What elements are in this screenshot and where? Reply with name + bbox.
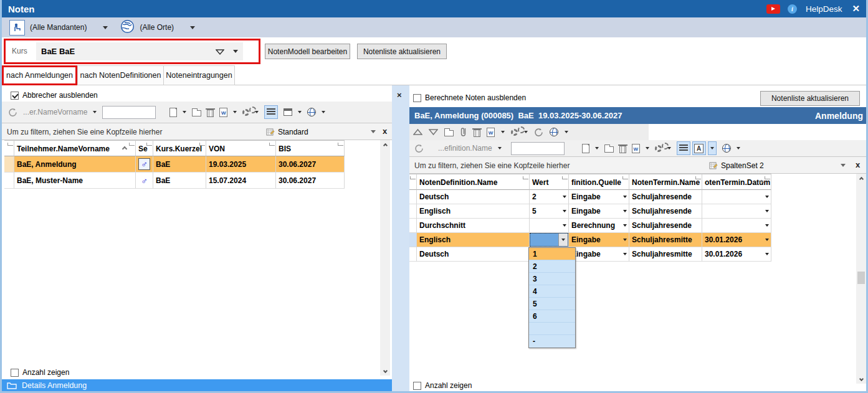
cell-sex[interactable]: ♂: [136, 156, 153, 173]
wert-option[interactable]: 1: [529, 248, 575, 260]
open-folder-icon[interactable]: [604, 146, 614, 153]
right-search-input[interactable]: [511, 142, 565, 155]
cell-datum[interactable]: [702, 190, 771, 204]
mandant-dropdown-arrow[interactable]: [103, 26, 108, 29]
splitter-close-icon[interactable]: ×: [397, 90, 402, 100]
cell-definition[interactable]: Deutsch: [417, 247, 530, 262]
cell-datum[interactable]: [702, 219, 771, 233]
right-layout-name[interactable]: SpaltenSet 2: [721, 161, 764, 170]
hide-berechnete-checkbox[interactable]: [413, 94, 421, 102]
list-view-toggle[interactable]: [677, 141, 690, 155]
col-bis[interactable]: BIS: [276, 140, 345, 156]
right-filter-drop-zone[interactable]: Um zu filtern, ziehen Sie eine Kopfzeile…: [409, 156, 868, 174]
course-dropdown-arrow[interactable]: [233, 50, 238, 53]
wert-editor-dropdown-button[interactable]: [558, 234, 568, 246]
youtube-icon[interactable]: [766, 4, 780, 14]
list-view-toggle[interactable]: [264, 105, 278, 119]
paperclip-icon[interactable]: [460, 127, 467, 137]
cell-wert[interactable]: 5: [530, 204, 569, 219]
col-quelle[interactable]: finition.Quelle: [569, 174, 629, 190]
left-search-column-arrow[interactable]: [93, 111, 97, 113]
right-refresh-notenliste-button[interactable]: Notenliste aktualisieren: [760, 91, 860, 106]
orte-dropdown-arrow[interactable]: [190, 26, 195, 29]
left-filter-drop-zone[interactable]: Um zu filtern, ziehen Sie eine Kopfzeile…: [2, 123, 392, 140]
cell-von[interactable]: 19.03.2025: [206, 156, 276, 173]
col-termin-name[interactable]: NotenTermin.Name: [629, 174, 702, 190]
cell-quelle[interactable]: Eingabe: [569, 190, 629, 204]
layout-window-arrow[interactable]: [298, 111, 302, 113]
panel-splitter[interactable]: ×: [392, 85, 409, 393]
mandant-filter-label[interactable]: (Alle Mandanten): [30, 23, 87, 32]
cell-von[interactable]: 15.07.2024: [206, 173, 276, 189]
web-globe-icon[interactable]: [722, 144, 731, 153]
scroll-up-icon[interactable]: [856, 174, 866, 184]
view-toggle-arrow[interactable]: [708, 141, 717, 155]
edit-notenmodell-button[interactable]: NotenModell bearbeiten: [265, 44, 350, 59]
left-row-muster[interactable]: BaE, Muster-Name ♂ BaE 15.07.2024 30.06.…: [4, 173, 345, 189]
new-record-arrow[interactable]: [595, 147, 599, 149]
tab-nach-anmeldungen[interactable]: nach Anmeldungen: [2, 65, 77, 85]
grade-row-4-selected[interactable]: Englisch Eingabe Schuljahresmitte 30.01.…: [409, 233, 771, 247]
word-export-icon[interactable]: W: [219, 108, 227, 117]
cell-quelle[interactable]: Eingabe: [569, 247, 629, 262]
cell-wert-editing[interactable]: [530, 233, 569, 247]
wert-option[interactable]: 6: [529, 310, 575, 323]
move-up-icon[interactable]: [413, 128, 422, 136]
word-export-icon[interactable]: W: [487, 128, 495, 137]
grade-row-3[interactable]: Durchschnitt Berechnung Schuljahresende: [409, 219, 771, 233]
scroll-up-icon[interactable]: [380, 140, 390, 150]
cell-name[interactable]: BaE, Anmeldung: [14, 156, 136, 173]
right-layout-dropdown-arrow[interactable]: [841, 164, 846, 167]
cell-quelle[interactable]: Eingabe: [569, 204, 629, 219]
cell-termin[interactable]: Schuljahresende: [629, 204, 702, 219]
cell-name[interactable]: BaE, Muster-Name: [14, 173, 136, 189]
right-filter-close-icon[interactable]: x: [856, 160, 860, 169]
tab-nach-notendefinitionen[interactable]: nach NotenDefinitionen: [77, 65, 164, 85]
left-search-input[interactable]: [102, 106, 156, 119]
left-layout-grid-icon[interactable]: [266, 128, 275, 139]
word-export-icon[interactable]: W: [632, 144, 640, 153]
new-record-icon[interactable]: [582, 144, 589, 153]
web-globe-icon[interactable]: [550, 128, 558, 136]
scroll-thumb[interactable]: [857, 272, 865, 284]
col-termin-datum[interactable]: otenTermin.Datum: [702, 174, 771, 190]
open-record-icon[interactable]: [444, 130, 454, 136]
wert-option[interactable]: [529, 323, 575, 335]
settings-gears-icon[interactable]: [655, 145, 662, 152]
tab-noteneintragungen[interactable]: Noteneintragungen: [163, 65, 235, 85]
cell-kuerzel[interactable]: BaE: [153, 173, 206, 189]
settings-gears-icon[interactable]: [242, 109, 249, 116]
refresh-icon[interactable]: [414, 144, 424, 153]
wert-option[interactable]: 5: [529, 298, 575, 310]
col-von[interactable]: VON: [206, 140, 276, 156]
right-layout-grid-icon[interactable]: [709, 161, 718, 173]
delete-icon[interactable]: [619, 146, 626, 153]
cell-definition[interactable]: Durchschnitt: [417, 219, 530, 233]
right-search-column[interactable]: ...efinition.Name: [438, 144, 492, 153]
web-globe-arrow[interactable]: [322, 111, 325, 113]
close-icon[interactable]: ✕: [852, 3, 860, 14]
refresh-notenliste-button[interactable]: Notenliste aktualisieren: [357, 44, 447, 59]
left-search-column[interactable]: ...er.NameVorname: [23, 108, 87, 116]
settings-gears-arrow[interactable]: [524, 131, 528, 133]
open-folder-icon[interactable]: [192, 110, 201, 116]
cell-definition[interactable]: Deutsch: [417, 190, 530, 204]
cell-sex[interactable]: ♂: [136, 173, 153, 189]
cell-kuerzel[interactable]: BaE: [153, 156, 206, 173]
cell-datum[interactable]: [702, 204, 771, 219]
wert-option[interactable]: 2: [529, 260, 575, 273]
new-record-arrow[interactable]: [183, 111, 186, 113]
col-notendefinition[interactable]: NotenDefinition.Name: [417, 174, 530, 190]
left-row-anmeldung[interactable]: BaE, Anmeldung ♂ BaE 19.03.2025 30.06.20…: [4, 156, 345, 173]
delete-record-icon[interactable]: [474, 130, 480, 137]
cell-definition[interactable]: Englisch: [417, 204, 530, 219]
word-export-arrow[interactable]: [646, 147, 649, 149]
info-icon[interactable]: i: [788, 4, 797, 14]
wert-option[interactable]: -: [529, 335, 575, 348]
cell-definition[interactable]: Englisch: [417, 233, 530, 247]
details-anmeldung-bar[interactable]: Details Anmeldung: [2, 379, 392, 391]
left-filter-close-icon[interactable]: x: [383, 126, 387, 136]
cell-wert[interactable]: [530, 219, 569, 233]
col-kuerzel[interactable]: Kurs.Kuerzel: [153, 140, 206, 156]
mandant-button[interactable]: [9, 20, 25, 36]
